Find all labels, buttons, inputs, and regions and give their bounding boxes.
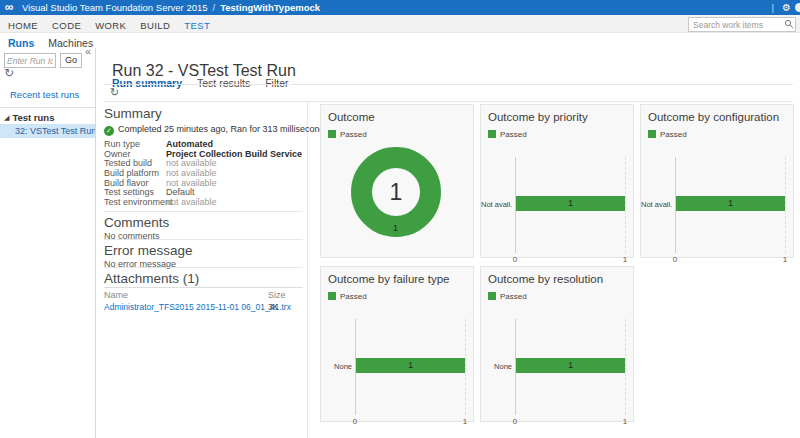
x-axis-tick-label: 0: [353, 417, 357, 426]
refresh-icon[interactable]: ↻: [110, 86, 119, 98]
attachments-table: Administrator_TFS2015 2015-11-01 06_01_4…: [104, 302, 303, 313]
attachments-table-divider: [104, 287, 303, 288]
x-axis-tick-label: 1: [623, 255, 627, 264]
check-icon: ✓: [104, 126, 114, 136]
nav-item-home[interactable]: HOME: [8, 17, 38, 34]
attachments-column-headers: Name Size: [104, 290, 303, 300]
nav-item-build[interactable]: BUILD: [140, 17, 170, 34]
breadcrumb-separator: /: [213, 2, 216, 13]
attachments-col-size: Size: [268, 290, 286, 300]
sidebar-refresh-icon[interactable]: ↻: [4, 67, 14, 79]
tree-root-label: Test runs: [12, 112, 54, 123]
max-gridline: [625, 157, 626, 253]
chart-title: Outcome by resolution: [488, 273, 603, 285]
search-input[interactable]: [689, 18, 783, 31]
project-name[interactable]: TestingWithTypemock: [220, 2, 320, 13]
field-value: not available: [166, 178, 217, 188]
tree-item-run-32[interactable]: 32: VSTest Test Run C:\...: [0, 124, 95, 138]
chart-panel-outcome-by-priority: Outcome by priorityPassed1Not avail...01: [480, 104, 634, 258]
summary-field-row: Test environmentnot available: [104, 198, 304, 208]
collapse-sidebar-icon[interactable]: «: [85, 45, 91, 57]
chart-legend: Passed: [328, 292, 367, 301]
x-axis-tick-label: 1: [463, 417, 467, 426]
field-value: not available: [166, 168, 217, 178]
chart-panel-outcome-by-configuration: Outcome by configurationPassed1Not avail…: [640, 104, 794, 258]
legend-swatch-passed: [328, 292, 336, 300]
legend-label: Passed: [340, 130, 367, 139]
hub-navigation: HOMECODEWORKBUILDTEST: [0, 15, 800, 33]
pivot-tabs: Run summaryTest resultsFilter: [112, 73, 303, 91]
app-root: ∞ Visual Studio Team Foundation Server 2…: [0, 0, 800, 438]
nav-item-work[interactable]: WORK: [95, 17, 126, 34]
nav-item-test[interactable]: TEST: [184, 17, 210, 34]
profile-icon[interactable]: [795, 3, 800, 12]
bar-none: 1: [356, 358, 465, 373]
recent-test-runs-link[interactable]: Recent test runs: [10, 89, 79, 100]
search-icon[interactable]: [784, 19, 794, 29]
legend-label: Passed: [500, 130, 527, 139]
chart-legend: Passed: [488, 130, 527, 139]
bar-value-label: 1: [356, 358, 465, 373]
pivot-test-results[interactable]: Test results: [197, 77, 250, 89]
legend-swatch-passed: [328, 130, 336, 138]
sidebar-divider: [0, 107, 95, 108]
visual-studio-logo-icon: ∞: [5, 0, 14, 14]
bar-none: 1: [516, 358, 625, 373]
section-divider: [104, 211, 303, 212]
bar-not-avail-: 1: [676, 196, 785, 211]
legend-label: Passed: [660, 130, 687, 139]
summary-charts-divider: [307, 101, 308, 438]
x-axis-tick-label: 1: [623, 417, 627, 426]
nav-item-code[interactable]: CODE: [52, 17, 81, 34]
sub-navigation: RunsMachines: [0, 33, 800, 48]
field-value: Automated: [166, 139, 213, 149]
max-gridline: [465, 319, 466, 415]
bar-value-label: 1: [676, 196, 785, 211]
sidebar: « Go ↻ Recent test runs ◢Test runs 32: V…: [0, 48, 95, 438]
field-value: not available: [166, 197, 217, 207]
chart-title: Outcome by priority: [488, 111, 588, 123]
category-label: Not avail...: [481, 200, 512, 209]
top-bar: ∞ Visual Studio Team Foundation Server 2…: [0, 0, 800, 15]
summary-heading: Summary: [104, 106, 162, 121]
status-text: Completed 25 minutes ago, Ran for 313 mi…: [118, 124, 329, 134]
field-value: Project Collection Build Service: [166, 149, 302, 159]
bar-value-label: 1: [516, 358, 625, 373]
divider: [104, 84, 793, 85]
section-divider: [104, 239, 303, 240]
search-box: [688, 17, 796, 32]
summary-fields: Run typeAutomatedOwnerProject Collection…: [104, 140, 304, 208]
run-status: ✓Completed 25 minutes ago, Ran for 313 m…: [104, 124, 329, 136]
chart-title: Outcome by configuration: [648, 111, 779, 123]
legend-swatch-passed: [648, 130, 656, 138]
comments-heading: Comments: [104, 215, 169, 230]
gear-icon[interactable]: ⚙: [782, 0, 791, 15]
divider: [104, 101, 793, 102]
chart-legend: Passed: [648, 130, 687, 139]
product-name: Visual Studio Team Foundation Server 201…: [22, 2, 208, 13]
field-value: Default: [166, 187, 195, 197]
tree-node-test-runs[interactable]: ◢Test runs: [4, 112, 54, 123]
legend-swatch-passed: [488, 292, 496, 300]
breadcrumb: Visual Studio Team Foundation Server 201…: [22, 0, 320, 15]
chart-panel-outcome-by-failure-type: Outcome by failure typePassed1None01: [320, 266, 474, 422]
x-axis-tick-label: 0: [513, 255, 517, 264]
error-message-heading: Error message: [104, 243, 193, 258]
main-content: Run 32 - VSTest Test Run Run summaryTest…: [96, 48, 800, 438]
x-axis-tick-label: 1: [783, 255, 787, 264]
go-button[interactable]: Go: [60, 53, 82, 68]
chart-title: Outcome: [328, 111, 375, 123]
chart-panel-outcome: OutcomePassed11: [320, 104, 474, 258]
category-label: None: [481, 362, 512, 371]
tree-expander-icon[interactable]: ◢: [4, 114, 9, 121]
category-label: None: [321, 362, 352, 371]
legend-label: Passed: [340, 292, 367, 301]
max-gridline: [785, 157, 786, 253]
category-label: Not avail...: [641, 200, 672, 209]
attachment-size: 3K: [268, 302, 278, 313]
pivot-filter[interactable]: Filter: [265, 77, 288, 89]
attachment-link[interactable]: Administrator_TFS2015 2015-11-01 06_01_4…: [104, 302, 291, 312]
section-divider: [104, 267, 303, 268]
pivot-run-summary[interactable]: Run summary: [112, 77, 182, 89]
hub-items: HOMECODEWORKBUILDTEST: [0, 15, 210, 32]
